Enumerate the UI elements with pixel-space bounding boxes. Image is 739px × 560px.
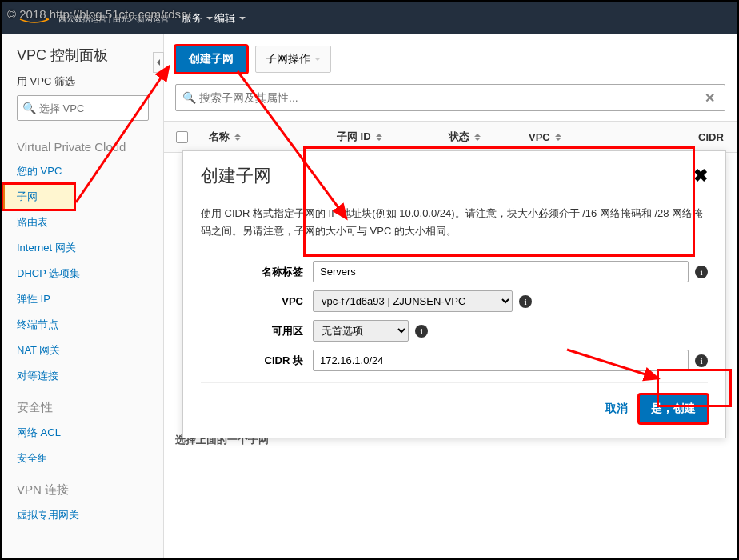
sidebar-item-sg[interactable]: 安全组 [2,446,163,471]
edit-menu[interactable]: 编辑 [214,11,246,26]
sidebar-section-vpc: Virtual Private Cloud [2,135,163,158]
info-icon[interactable]: i [695,354,708,367]
select-all-checkbox[interactable] [164,122,199,152]
sidebar-item-eip[interactable]: 弹性 IP [2,286,163,312]
sidebar-section-vpn: VPN 连接 [2,478,163,502]
sidebar-item-igw[interactable]: Internet 网关 [2,235,163,261]
modal-close-icon[interactable]: ✖ [693,166,708,186]
sidebar-item-subnets[interactable]: 子网 [2,184,74,210]
sidebar-filter-label: 用 VPC 筛选 [2,74,163,95]
subnet-actions-button[interactable]: 子网操作 [255,46,331,73]
name-tag-input[interactable] [313,261,689,282]
modal-title: 创建子网 [201,164,271,188]
vpc-label: VPC [201,295,313,307]
sort-icon [376,130,382,144]
services-menu[interactable]: 服务 [182,11,213,26]
sidebar-item-vgw[interactable]: 虚拟专用网关 [2,502,163,528]
az-label: 可用区 [201,324,313,338]
subnet-search-input[interactable] [199,91,701,104]
col-vpc[interactable]: VPC [519,122,689,152]
sidebar-title: VPC 控制面板 [2,46,163,74]
sort-icon [555,130,561,144]
aws-logo [18,11,50,26]
sort-icon [234,130,241,144]
col-cidr[interactable]: CIDR [689,122,737,152]
info-icon[interactable]: i [695,266,708,278]
cancel-button[interactable]: 取消 [605,402,628,416]
name-tag-label: 名称标签 [201,265,313,279]
create-subnet-button[interactable]: 创建子网 [175,46,247,73]
modal-form: 名称标签 i VPC vpc-f71d6a93 | ZJUNSEN-VPCi 可… [183,251,725,382]
subnet-search[interactable]: 🔍 ✕ [175,84,725,111]
sort-icon [474,130,481,144]
top-header: 西云数据运营 | 由光环新网运营 服务 编辑 [2,2,737,34]
sidebar-item-your-vpc[interactable]: 您的 VPC [2,158,163,184]
col-subnet-id[interactable]: 子网 ID [327,122,439,152]
search-icon: 🔍 [22,102,36,114]
col-name[interactable]: 名称 [199,122,327,152]
info-icon[interactable]: i [415,325,428,338]
col-state[interactable]: 状态 [439,122,519,152]
info-icon[interactable]: i [519,295,532,308]
sidebar-vpc-filter-input[interactable] [39,102,174,114]
table-header: 名称 子网 ID 状态 VPC CIDR [164,121,737,153]
search-icon: 🔍 [182,91,196,104]
modal-description: 使用 CIDR 格式指定子网的 IP 地址块(例如 10.0.0.0/24)。请… [183,198,725,251]
sidebar-item-endpoints[interactable]: 终端节点 [2,312,163,338]
sidebar: VPC 控制面板 用 VPC 筛选 🔍 Virtual Private Clou… [2,34,164,558]
sidebar-item-peering[interactable]: 对等连接 [2,363,163,389]
sidebar-vpc-filter[interactable]: 🔍 [17,95,149,121]
clear-search-icon[interactable]: ✕ [701,90,718,106]
header-tagline: 西云数据运营 | 由光环新网运营 [58,14,169,23]
az-select[interactable]: 无首选项 [313,320,409,342]
create-subnet-modal: 创建子网 ✖ 使用 CIDR 格式指定子网的 IP 地址块(例如 10.0.0.… [182,150,726,438]
toolbar: 创建子网 子网操作 [164,34,737,84]
confirm-create-button[interactable]: 是，创建 [639,394,708,423]
sidebar-item-nacl[interactable]: 网络 ACL [2,420,163,446]
cidr-label: CIDR 块 [201,354,313,368]
sidebar-section-security: 安全性 [2,395,163,420]
sidebar-item-route-tables[interactable]: 路由表 [2,210,163,235]
sidebar-item-nat[interactable]: NAT 网关 [2,338,163,363]
sidebar-item-dhcp[interactable]: DHCP 选项集 [2,261,163,286]
cidr-input[interactable] [313,350,689,371]
vpc-select[interactable]: vpc-f71d6a93 | ZJUNSEN-VPC [313,290,513,312]
sidebar-collapse-icon[interactable] [153,52,164,73]
